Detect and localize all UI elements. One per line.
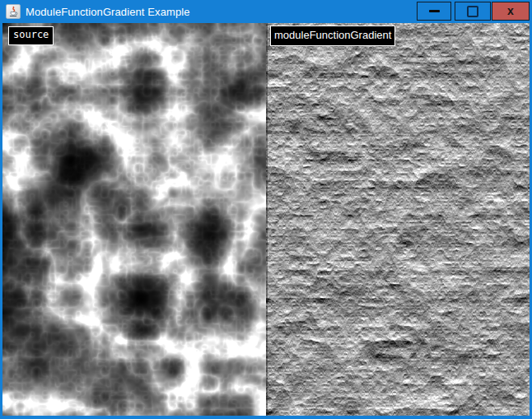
module-function-gradient-label: moduleFunctionGradient [270, 26, 395, 46]
image-display-area: source moduleFunctionGradient [2, 23, 530, 416]
titlebar[interactable]: ModuleFunctionGradient Example x [0, 0, 532, 23]
minimize-button[interactable] [417, 2, 451, 21]
window-controls: x [417, 2, 530, 21]
module-function-gradient-image [266, 23, 530, 416]
java-coffee-cup-icon[interactable] [6, 4, 21, 19]
close-icon: x [507, 5, 514, 16]
java-coffee-cup-glyph [7, 6, 19, 17]
close-button[interactable]: x [492, 2, 530, 21]
module-function-gradient-panel: moduleFunctionGradient [266, 23, 530, 416]
source-panel: source [2, 23, 266, 416]
source-image [2, 23, 266, 416]
app-window: ModuleFunctionGradient Example x source … [0, 0, 532, 419]
minimize-icon [429, 10, 440, 12]
maximize-icon [467, 6, 478, 17]
window-title: ModuleFunctionGradient Example [26, 6, 190, 18]
source-label: source [8, 26, 54, 45]
maximize-button[interactable] [455, 2, 491, 21]
